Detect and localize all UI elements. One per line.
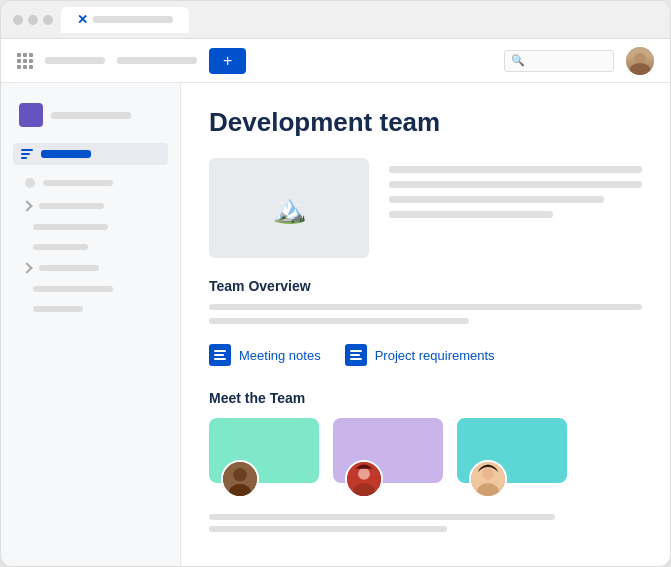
- doc-icon-line-2: [214, 354, 224, 356]
- doc-icon-lines-1: [214, 350, 226, 360]
- team-member-avatar-3: [469, 460, 507, 498]
- hero-line-3: [389, 196, 604, 203]
- doc-icon-2: [345, 344, 367, 366]
- app-layout: + 🔍: [1, 39, 670, 566]
- tab-text-bar: [93, 16, 173, 23]
- sidebar-chevron-1: [21, 200, 32, 211]
- sidebar-space-title: [51, 112, 131, 119]
- add-button[interactable]: +: [209, 48, 246, 74]
- browser-window: ✕ + 🔍: [0, 0, 671, 567]
- quick-link-meeting-notes[interactable]: Meeting notes: [209, 344, 321, 366]
- avatar-face: [626, 47, 654, 75]
- hero-image: 🏔️: [209, 158, 369, 258]
- doc-icon-line-3: [214, 358, 226, 360]
- browser-dot-red: [13, 15, 23, 25]
- browser-dot-yellow: [28, 15, 38, 25]
- sidebar-row-bar-6: [33, 286, 113, 292]
- team-member-avatar-1: [221, 460, 259, 498]
- filter-line-3: [21, 157, 27, 159]
- tab-logo-icon: ✕: [77, 12, 88, 27]
- search-icon: 🔍: [511, 54, 525, 67]
- svg-point-7: [482, 468, 494, 480]
- sidebar: [1, 83, 181, 566]
- meeting-notes-label: Meeting notes: [239, 348, 321, 363]
- sidebar-row: [13, 301, 168, 317]
- meet-team-title: Meet the Team: [209, 390, 642, 406]
- bottom-line-1: [209, 514, 555, 520]
- quick-links: Meeting notes Project requirements: [209, 344, 642, 366]
- filter-line-1: [21, 149, 33, 151]
- doc-icon-1: [209, 344, 231, 366]
- team-card-2: [333, 418, 443, 498]
- avatar[interactable]: [626, 47, 654, 75]
- browser-dots: [13, 15, 53, 25]
- sidebar-row-bar-3: [33, 224, 108, 230]
- toolbar-nav-bar-2: [117, 57, 197, 64]
- sidebar-row: [13, 281, 168, 297]
- content-line-2: [209, 318, 469, 324]
- toolbar-nav-bar-1: [45, 57, 105, 64]
- hero-section: 🏔️: [209, 158, 642, 258]
- browser-dot-green: [43, 15, 53, 25]
- sidebar-active-label: [41, 150, 91, 158]
- filter-line-2: [21, 153, 30, 155]
- team-member-avatar-2: [345, 460, 383, 498]
- sidebar-circle-1: [25, 178, 35, 188]
- sidebar-space-icon: [19, 103, 43, 127]
- sidebar-row: [13, 259, 168, 277]
- doc-icon-line-1: [214, 350, 226, 352]
- toolbar: + 🔍: [1, 39, 670, 83]
- sidebar-row-bar-5: [39, 265, 99, 271]
- svg-point-1: [233, 468, 247, 482]
- image-placeholder-icon: 🏔️: [272, 192, 307, 225]
- browser-tab[interactable]: ✕: [61, 7, 189, 33]
- bottom-line-2: [209, 526, 447, 532]
- hero-line-1: [389, 166, 642, 173]
- hero-line-2: [389, 181, 642, 188]
- team-cards: [209, 418, 642, 498]
- sidebar-row: [13, 197, 168, 215]
- sidebar-row-bar-1: [43, 180, 113, 186]
- sidebar-chevron-2: [21, 262, 32, 273]
- hero-line-4: [389, 211, 553, 218]
- doc-icon-line-6: [350, 358, 362, 360]
- team-card-1: [209, 418, 319, 498]
- sidebar-row-bar-2: [39, 203, 104, 209]
- doc-icon-lines-2: [350, 350, 362, 360]
- main-area: Development team 🏔️ Team Overview: [1, 83, 670, 566]
- search-wrapper: 🔍: [504, 50, 614, 72]
- content-area: Development team 🏔️ Team Overview: [181, 83, 670, 566]
- browser-chrome: ✕: [1, 1, 670, 39]
- sidebar-row-bar-4: [33, 244, 88, 250]
- sidebar-active-item[interactable]: [13, 143, 168, 165]
- team-overview-title: Team Overview: [209, 278, 642, 294]
- project-requirements-label: Project requirements: [375, 348, 495, 363]
- doc-icon-line-4: [350, 350, 362, 352]
- svg-point-4: [358, 468, 370, 480]
- grid-icon: [17, 53, 33, 69]
- sidebar-top-item: [13, 99, 168, 131]
- sidebar-row-bar-7: [33, 306, 83, 312]
- quick-link-project-requirements[interactable]: Project requirements: [345, 344, 495, 366]
- filter-icon: [21, 149, 33, 159]
- content-line-1: [209, 304, 642, 310]
- team-card-3: [457, 418, 567, 498]
- content-lines: [209, 304, 642, 324]
- bottom-lines: [209, 514, 642, 532]
- doc-icon-line-5: [350, 354, 360, 356]
- sidebar-row: [13, 219, 168, 235]
- page-title: Development team: [209, 107, 642, 138]
- sidebar-row: [13, 239, 168, 255]
- hero-lines: [389, 158, 642, 218]
- sidebar-row: [13, 173, 168, 193]
